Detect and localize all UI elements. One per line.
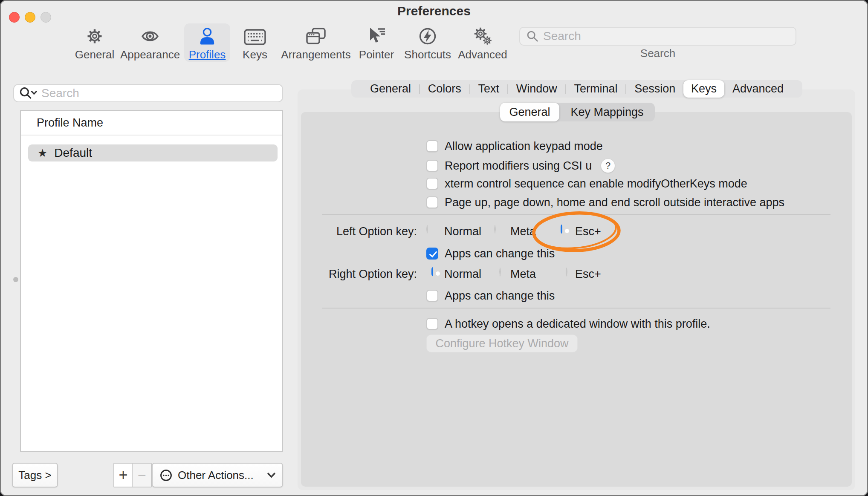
- divider: [322, 308, 830, 309]
- other-actions-dropdown[interactable]: Other Actions...: [152, 463, 283, 487]
- windows-icon: [306, 26, 326, 46]
- checkbox-row: Report modifiers using CSI u ?: [426, 158, 615, 173]
- tab-colors[interactable]: Colors: [420, 80, 469, 98]
- tab-separator: [507, 84, 508, 94]
- remove-profile-button[interactable]: −: [132, 464, 151, 487]
- gears-icon: [472, 26, 493, 46]
- csi-u-checkbox[interactable]: [426, 160, 438, 172]
- tab-separator: [625, 84, 626, 94]
- left-option-normal-radio[interactable]: [426, 225, 428, 234]
- tab-general[interactable]: General: [362, 80, 419, 98]
- profile-list-header: Profile Name: [21, 111, 282, 136]
- person-icon: [198, 26, 216, 46]
- tab-session[interactable]: Session: [627, 80, 683, 98]
- toolbar-item-shortcuts[interactable]: Shortcuts: [400, 23, 455, 62]
- tab-separator: [565, 84, 566, 94]
- profile-list: Profile Name ★ Default: [20, 110, 283, 452]
- cursor-icon: [367, 26, 386, 46]
- checkbox-row: A hotkey opens a dedicated window with t…: [426, 316, 710, 332]
- tab-separator: [419, 84, 420, 94]
- divider: [322, 214, 830, 215]
- profile-tab-bar: General Colors Text Window Terminal Sess…: [351, 80, 802, 98]
- add-remove-group: + −: [113, 463, 152, 487]
- allow-keypad-checkbox[interactable]: [426, 140, 438, 152]
- toolbar-item-arrangements[interactable]: Arrangements: [279, 23, 353, 62]
- tab-terminal[interactable]: Terminal: [566, 80, 625, 98]
- tags-button[interactable]: Tags >: [12, 463, 58, 487]
- right-option-normal-radio[interactable]: [431, 267, 433, 276]
- eye-icon: [140, 26, 160, 46]
- tab-keys[interactable]: Keys: [683, 80, 724, 98]
- toolbar-item-pointer[interactable]: Pointer: [353, 23, 400, 62]
- search-icon: [526, 30, 539, 43]
- left-option-esc-radio[interactable]: [561, 225, 562, 234]
- chevron-down-icon: [267, 473, 275, 478]
- profile-name: Default: [54, 146, 92, 160]
- help-button[interactable]: ?: [601, 159, 615, 173]
- checkbox-row: Apps can change this: [426, 246, 555, 261]
- keyboard-icon: [244, 26, 266, 46]
- ellipsis-circle-icon: [159, 469, 173, 482]
- toolbar-item-advanced[interactable]: Advanced: [454, 23, 511, 62]
- subtab-general[interactable]: General: [500, 103, 559, 121]
- add-profile-button[interactable]: +: [114, 464, 132, 487]
- search-scope-icon: [19, 87, 37, 100]
- toolbar-search-placeholder: Search: [543, 29, 581, 43]
- tab-window[interactable]: Window: [509, 80, 565, 98]
- scroll-outside-apps-checkbox[interactable]: [426, 196, 438, 208]
- left-apps-can-change-checkbox[interactable]: [426, 248, 438, 260]
- toolbar-item-keys[interactable]: Keys: [236, 23, 274, 62]
- profile-row-default[interactable]: ★ Default: [28, 144, 278, 161]
- gear-icon: [85, 26, 104, 46]
- right-apps-can-change-checkbox[interactable]: [426, 290, 438, 302]
- preferences-window: Preferences General Appearance Profiles …: [0, 0, 868, 496]
- left-option-meta-radio[interactable]: [494, 225, 496, 234]
- toolbar-item-profiles[interactable]: Profiles: [184, 23, 230, 62]
- keys-subtab-bar: General Key Mappings: [500, 103, 655, 121]
- toolbar-search-caption: Search: [519, 47, 796, 60]
- bolt-icon: [418, 26, 437, 46]
- left-option-key-label: Left Option key:: [298, 223, 417, 239]
- toolbar-item-appearance[interactable]: Appearance: [118, 23, 182, 62]
- toolbar-search-field[interactable]: Search: [519, 27, 796, 46]
- profile-search-field[interactable]: Search: [13, 84, 283, 102]
- checkbox-row: Page up, page down, home and end scroll …: [426, 195, 784, 210]
- checkbox-row: xterm control sequence can enable modify…: [426, 176, 747, 191]
- right-option-esc-radio[interactable]: [566, 267, 567, 276]
- modify-other-keys-checkbox[interactable]: [426, 178, 438, 190]
- checkbox-row: Allow application keypad mode: [426, 138, 603, 154]
- hotkey-window-checkbox[interactable]: [426, 318, 438, 330]
- right-option-meta-radio[interactable]: [499, 267, 501, 276]
- checkbox-row: Apps can change this: [426, 288, 555, 303]
- tab-separator: [469, 84, 470, 94]
- tab-text[interactable]: Text: [470, 80, 507, 98]
- configure-hotkey-window-button[interactable]: Configure Hotkey Window: [426, 335, 578, 352]
- toolbar-item-general[interactable]: General: [69, 23, 121, 62]
- window-title: Preferences: [0, 4, 868, 18]
- splitter-dot[interactable]: [13, 277, 18, 282]
- subtab-key-mappings[interactable]: Key Mappings: [559, 103, 655, 121]
- tab-advanced[interactable]: Advanced: [725, 80, 791, 98]
- default-star-icon: ★: [38, 147, 47, 160]
- profile-search-placeholder: Search: [41, 87, 79, 100]
- right-option-key-label: Right Option key:: [298, 266, 417, 282]
